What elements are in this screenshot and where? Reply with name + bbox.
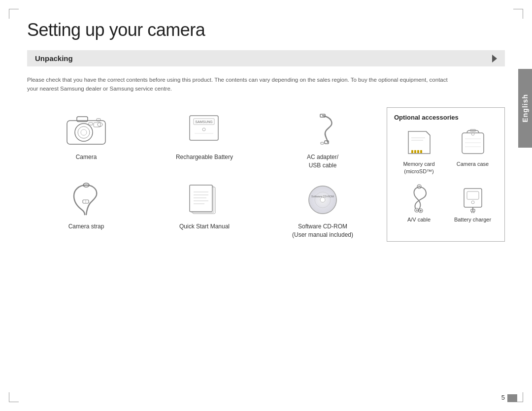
software-cd-rom-label: Software CD-ROM(User manual included) — [292, 222, 353, 239]
section-title: Unpacking — [35, 54, 73, 63]
svg-point-50 — [420, 210, 422, 212]
page-container: English Setting up your camera Unpacking… — [0, 0, 532, 411]
page-number-bar — [507, 394, 517, 402]
svg-rect-34 — [411, 150, 413, 153]
svg-text:SAMSUNG: SAMSUNG — [195, 120, 212, 124]
svg-point-31 — [320, 197, 325, 202]
item-camera: Camera — [27, 107, 145, 172]
memory-card-label: Memory card(microSD™) — [403, 160, 434, 176]
optional-item-battery-charger: Battery charger — [448, 184, 498, 223]
svg-rect-37 — [420, 150, 422, 153]
battery-charger-label: Battery charger — [454, 216, 491, 223]
svg-point-7 — [98, 123, 102, 126]
av-cable-image — [402, 184, 436, 213]
svg-rect-22 — [190, 185, 212, 212]
svg-point-53 — [471, 201, 474, 204]
svg-point-1 — [75, 124, 93, 141]
corner-mark-tr — [513, 9, 523, 19]
page-title: Setting up your camera — [27, 20, 505, 40]
corner-mark-bl — [9, 392, 19, 402]
svg-point-3 — [81, 129, 87, 135]
included-items-grid: Camera SAMSUNG — [27, 107, 382, 242]
svg-point-46 — [418, 186, 420, 188]
item-quick-start-manual: Quick Start Manual — [145, 177, 264, 242]
svg-rect-16 — [321, 142, 324, 144]
main-content: Setting up your camera Unpacking Please … — [27, 20, 505, 391]
optional-item-camera-case: Camera case — [448, 128, 498, 176]
item-camera-strap: Camera strap — [27, 177, 145, 242]
svg-text:Software CD-ROM: Software CD-ROM — [311, 195, 334, 198]
camera-strap-image — [62, 179, 111, 219]
item-rechargeable-battery: SAMSUNG Rechargeable Battery — [145, 107, 264, 172]
corner-mark-tl — [9, 9, 19, 19]
ac-adapter-image — [298, 110, 347, 149]
camera-case-image — [456, 128, 490, 158]
svg-rect-52 — [467, 191, 479, 199]
battery-charger-image — [456, 184, 490, 213]
svg-point-48 — [416, 209, 418, 211]
items-area: Camera SAMSUNG — [27, 107, 505, 242]
optional-accessories-title: Optional accessories — [394, 114, 498, 121]
software-cd-rom-image: Software CD-ROM — [298, 179, 347, 219]
camera-label: Camera — [76, 153, 97, 161]
svg-point-2 — [78, 126, 90, 138]
quick-start-manual-label: Quick Start Manual — [179, 222, 230, 231]
av-cable-label: A/V cable — [407, 216, 431, 223]
language-label: English — [521, 94, 529, 123]
ac-adapter-label: AC adapter/USB cable — [307, 153, 338, 170]
svg-point-12 — [202, 128, 205, 131]
rechargeable-battery-label: Rechargeable Battery — [176, 153, 233, 161]
language-side-tab: English — [518, 69, 532, 148]
optional-item-av-cable: A/V cable — [394, 184, 444, 223]
rechargeable-battery-image: SAMSUNG — [180, 110, 229, 149]
quick-start-manual-image — [180, 179, 229, 219]
description-text: Please check that you have the correct c… — [27, 75, 451, 94]
page-number: 5 — [501, 394, 505, 401]
optional-accessories-grid: Memory card(microSD™) — [394, 128, 498, 223]
svg-rect-35 — [414, 150, 416, 153]
optional-item-memory-card: Memory card(microSD™) — [394, 128, 444, 176]
optional-accessories-box: Optional accessories — [387, 107, 505, 242]
svg-rect-8 — [89, 123, 93, 125]
item-software-cd-rom: Software CD-ROM Software CD-ROM(User man… — [264, 177, 382, 242]
section-arrow-icon — [492, 55, 497, 63]
section-header: Unpacking — [27, 50, 505, 66]
camera-image — [62, 110, 111, 149]
svg-rect-36 — [417, 150, 419, 153]
camera-strap-label: Camera strap — [68, 222, 104, 231]
memory-card-image — [402, 128, 436, 158]
item-ac-adapter: AC adapter/USB cable — [264, 107, 382, 172]
camera-case-label: Camera case — [457, 160, 489, 168]
